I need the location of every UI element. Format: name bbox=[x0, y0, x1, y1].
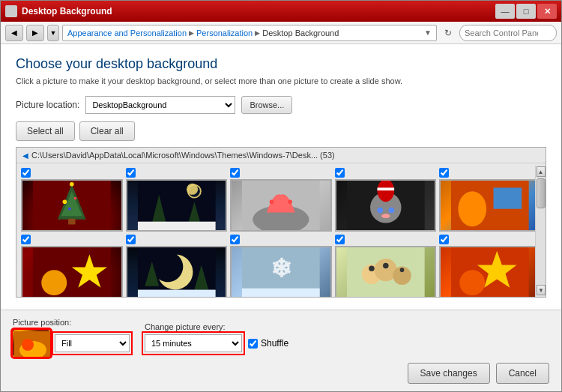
image-thumb-7[interactable] bbox=[126, 246, 228, 297]
svg-point-31 bbox=[41, 270, 67, 295]
svg-rect-6 bbox=[68, 219, 75, 225]
picture-position-label: Picture position: bbox=[13, 318, 130, 327]
window-title: Desktop Background bbox=[22, 6, 112, 16]
list-item[interactable] bbox=[439, 168, 541, 232]
breadcrumb-appearance[interactable]: Appearance and Personalization bbox=[67, 28, 187, 37]
list-item[interactable] bbox=[439, 235, 541, 297]
image-checkbox-5[interactable] bbox=[439, 168, 449, 178]
svg-point-45 bbox=[383, 263, 389, 269]
title-bar-left: Desktop Background bbox=[5, 5, 112, 17]
image-checkbox-2[interactable] bbox=[126, 168, 136, 178]
svg-point-25 bbox=[381, 214, 390, 218]
browse-button[interactable]: Browse... bbox=[241, 96, 292, 114]
change-picture-label: Change picture every: bbox=[145, 322, 288, 331]
save-changes-button[interactable]: Save changes bbox=[408, 363, 490, 384]
image-checkbox-10[interactable] bbox=[439, 235, 449, 244]
svg-point-5 bbox=[68, 208, 71, 211]
title-bar-buttons: — □ ✕ bbox=[495, 4, 557, 19]
image-checkbox-6[interactable] bbox=[21, 235, 31, 244]
svg-rect-39 bbox=[242, 289, 320, 297]
picture-location-label: Picture location: bbox=[16, 100, 79, 110]
page-subtitle: Click a picture to make it your desktop … bbox=[16, 76, 546, 85]
svg-rect-28 bbox=[494, 187, 522, 208]
position-row: Fill Fit Stretch Tile Center bbox=[13, 330, 130, 357]
shuffle-checkbox[interactable] bbox=[248, 339, 258, 349]
bottom-row2: Save changes Cancel bbox=[13, 363, 549, 384]
picture-location-row: Picture location: DesktopBackground Brow… bbox=[16, 96, 546, 114]
main-content: Choose your desktop background Click a p… bbox=[1, 44, 561, 310]
maximize-button[interactable]: □ bbox=[516, 4, 536, 19]
breadcrumb-current: Desktop Background bbox=[262, 28, 339, 37]
image-grid: ❄ bbox=[16, 163, 546, 297]
image-thumb-4[interactable] bbox=[335, 179, 437, 232]
search-input[interactable] bbox=[459, 25, 557, 41]
svg-point-4 bbox=[74, 197, 77, 200]
svg-text:❄: ❄ bbox=[271, 254, 291, 283]
recent-pages-button[interactable]: ▼ bbox=[47, 25, 59, 41]
image-checkbox-7[interactable] bbox=[126, 235, 136, 244]
breadcrumb-arrow-2: ▶ bbox=[255, 29, 260, 37]
breadcrumb-dropdown-button[interactable]: ▼ bbox=[424, 28, 432, 37]
svg-point-24 bbox=[388, 208, 394, 214]
select-all-button[interactable]: Select all bbox=[16, 121, 75, 141]
list-item[interactable] bbox=[21, 168, 123, 232]
image-checkbox-1[interactable] bbox=[21, 168, 31, 178]
select-buttons: Select all Clear all bbox=[16, 121, 546, 141]
list-item[interactable] bbox=[126, 235, 228, 297]
change-row: 10 seconds 30 seconds 1 minute 2 minutes… bbox=[145, 334, 288, 352]
image-thumb-5[interactable] bbox=[439, 179, 541, 232]
image-thumb-6[interactable] bbox=[21, 246, 123, 297]
folder-path: C:\Users\David\AppData\Local\Microsoft\W… bbox=[31, 151, 335, 160]
window-icon bbox=[5, 5, 17, 17]
close-button[interactable]: ✕ bbox=[537, 4, 557, 19]
picture-position-select[interactable]: Fill Fit Stretch Tile Center bbox=[55, 334, 130, 352]
picture-location-select[interactable]: DesktopBackground bbox=[85, 96, 235, 114]
position-thumbnail[interactable] bbox=[13, 330, 50, 357]
breadcrumb-personalization[interactable]: Personalization bbox=[196, 28, 253, 37]
image-grid-container: ◀ C:\Users\David\AppData\Local\Microsoft… bbox=[16, 147, 546, 298]
shuffle-label: Shuffle bbox=[261, 338, 288, 349]
back-button[interactable]: ◀ bbox=[5, 25, 23, 41]
list-item[interactable] bbox=[335, 168, 437, 232]
bottom-row1: Picture position: Fill Fit Stret bbox=[13, 318, 549, 357]
image-checkbox-4[interactable] bbox=[335, 168, 345, 178]
svg-point-48 bbox=[460, 270, 486, 295]
image-thumb-1[interactable] bbox=[21, 179, 123, 232]
scrollbar-thumb[interactable] bbox=[537, 178, 546, 208]
list-item[interactable] bbox=[21, 235, 123, 297]
forward-button[interactable]: ▶ bbox=[26, 25, 44, 41]
image-thumb-8[interactable]: ❄ bbox=[230, 246, 332, 297]
svg-point-44 bbox=[369, 266, 375, 272]
breadcrumb: Appearance and Personalization ▶ Persona… bbox=[62, 25, 437, 41]
list-item[interactable] bbox=[126, 168, 228, 232]
svg-point-17 bbox=[270, 199, 274, 204]
svg-rect-36 bbox=[138, 290, 216, 297]
image-thumb-3[interactable] bbox=[230, 179, 332, 232]
bottom-section: Picture position: Fill Fit Stret bbox=[1, 310, 561, 391]
refresh-button[interactable]: ↻ bbox=[440, 25, 456, 41]
minimize-button[interactable]: — bbox=[495, 4, 515, 19]
svg-point-52 bbox=[22, 339, 34, 351]
interval-select[interactable]: 10 seconds 30 seconds 1 minute 2 minutes… bbox=[145, 334, 242, 352]
list-item[interactable] bbox=[335, 235, 437, 297]
list-item[interactable]: ❄ bbox=[230, 235, 332, 297]
image-checkbox-9[interactable] bbox=[335, 235, 345, 244]
image-checkbox-8[interactable] bbox=[230, 235, 240, 244]
image-thumb-2[interactable] bbox=[126, 179, 228, 232]
svg-point-11 bbox=[187, 184, 198, 195]
main-window: Desktop Background — □ ✕ ◀ ▶ ▼ Appearanc… bbox=[0, 0, 562, 392]
cancel-button[interactable]: Cancel bbox=[496, 363, 549, 384]
change-picture-group: Change picture every: 10 seconds 30 seco… bbox=[145, 322, 288, 352]
svg-point-18 bbox=[288, 199, 292, 204]
scrollbar[interactable]: ▲ ▼ bbox=[535, 166, 546, 297]
address-bar: ◀ ▶ ▼ Appearance and Personalization ▶ P… bbox=[1, 22, 561, 44]
image-checkbox-3[interactable] bbox=[230, 168, 240, 178]
svg-rect-22 bbox=[377, 187, 394, 190]
clear-all-button[interactable]: Clear all bbox=[79, 121, 135, 141]
image-thumb-10[interactable] bbox=[439, 246, 541, 297]
image-thumb-9[interactable] bbox=[335, 246, 437, 297]
page-title: Choose your desktop background bbox=[16, 56, 546, 72]
list-item[interactable] bbox=[230, 168, 332, 232]
svg-point-23 bbox=[377, 208, 383, 214]
title-bar: Desktop Background — □ ✕ bbox=[1, 1, 561, 22]
